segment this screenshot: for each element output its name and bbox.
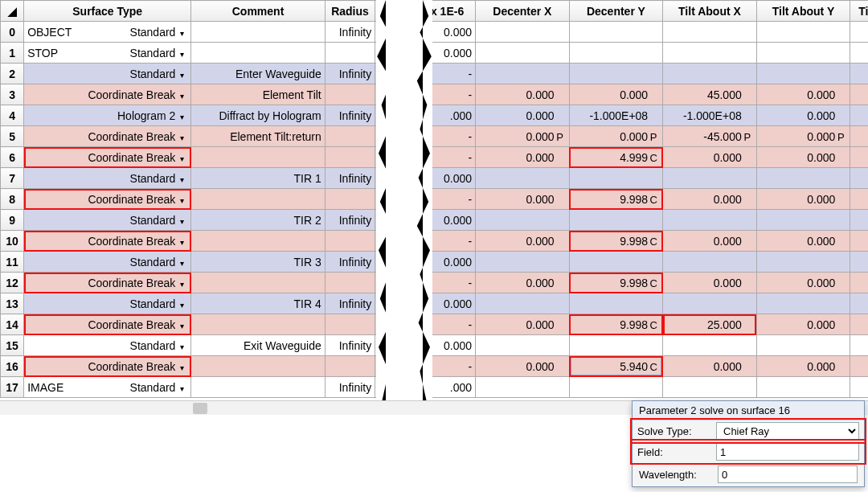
tilt-x-cell[interactable]: 25.000: [663, 314, 757, 335]
radius-cell[interactable]: [325, 126, 375, 147]
solve-type-select[interactable]: Chief Ray: [716, 422, 859, 440]
tilt-y-cell[interactable]: 0.000: [756, 147, 850, 168]
th-cell[interactable]: [375, 147, 409, 168]
tilt-cell[interactable]: [850, 189, 868, 210]
tilt-cell[interactable]: [850, 273, 868, 293]
decenter-x-cell[interactable]: 0.000P: [476, 126, 570, 147]
tilt-y-cell[interactable]: [756, 22, 850, 43]
radius-cell[interactable]: [325, 147, 375, 168]
radius-cell[interactable]: Infinity: [325, 22, 375, 43]
row-header[interactable]: 9: [1, 210, 24, 231]
surface-type-dropdown[interactable]: Standard: [79, 68, 184, 80]
tilt-y-cell[interactable]: 0.000: [756, 84, 850, 105]
col-tilt[interactable]: Tilt: [850, 1, 868, 22]
decenter-x-cell[interactable]: [476, 293, 570, 314]
field-input[interactable]: [716, 443, 859, 461]
decenter-x-cell[interactable]: 0.000: [476, 189, 570, 210]
tilt-y-cell[interactable]: 0.000: [756, 189, 850, 210]
comment-cell[interactable]: [191, 377, 326, 398]
tce-cell[interactable]: 0.000: [408, 210, 475, 231]
tilt-y-cell[interactable]: 0.000: [756, 273, 850, 293]
surface-type-dropdown[interactable]: Coordinate Break: [79, 88, 184, 101]
decenter-y-cell[interactable]: 5.940C: [569, 356, 663, 377]
tilt-cell[interactable]: [850, 252, 868, 273]
tilt-x-cell[interactable]: 0.000: [663, 356, 757, 377]
th-cell[interactable]: 0: [375, 105, 409, 126]
comment-cell[interactable]: TIR 4: [191, 293, 326, 314]
surface-type-dropdown[interactable]: Standard: [79, 47, 184, 59]
tilt-y-cell[interactable]: [756, 168, 850, 189]
decenter-y-cell[interactable]: [569, 64, 663, 84]
tilt-y-cell[interactable]: [756, 43, 850, 64]
decenter-y-cell[interactable]: 0.000P: [569, 126, 663, 147]
radius-cell[interactable]: Infinity: [325, 64, 375, 84]
th-cell[interactable]: [375, 64, 409, 84]
surface-type-dropdown[interactable]: Coordinate Break: [79, 130, 184, 143]
surface-type-dropdown[interactable]: Hologram 2: [79, 109, 184, 122]
tilt-cell[interactable]: [850, 43, 868, 64]
radius-cell[interactable]: [325, 231, 375, 252]
tilt-x-cell[interactable]: -45.000P: [663, 126, 757, 147]
surface-type-cell[interactable]: Standard: [24, 64, 191, 84]
tilt-x-cell[interactable]: 45.000: [663, 84, 757, 105]
decenter-x-cell[interactable]: [476, 22, 570, 43]
tilt-cell[interactable]: [850, 105, 868, 126]
surface-type-cell[interactable]: IMAGEStandard: [24, 377, 191, 398]
tilt-x-cell[interactable]: [663, 293, 757, 314]
tilt-cell[interactable]: [850, 84, 868, 105]
row-header[interactable]: 3: [1, 84, 24, 105]
surface-type-dropdown[interactable]: Standard: [79, 172, 184, 185]
th-cell[interactable]: [375, 377, 409, 398]
decenter-x-cell[interactable]: [476, 335, 570, 356]
row-header[interactable]: 2: [1, 64, 24, 84]
surface-type-cell[interactable]: Standard: [24, 210, 191, 231]
col-surface-type[interactable]: Surface Type: [24, 1, 191, 22]
tilt-cell[interactable]: [850, 168, 868, 189]
surface-type-dropdown[interactable]: Standard: [79, 214, 184, 227]
th-cell[interactable]: 1: [375, 168, 409, 189]
col-radius[interactable]: Radius: [325, 1, 375, 22]
radius-cell[interactable]: Infinity: [325, 105, 375, 126]
surface-type-cell[interactable]: Standard: [24, 252, 191, 273]
surface-type-cell[interactable]: Hologram 2: [24, 105, 191, 126]
comment-cell[interactable]: [191, 356, 326, 377]
decenter-x-cell[interactable]: 0.000: [476, 356, 570, 377]
th-cell[interactable]: [375, 189, 409, 210]
comment-cell[interactable]: [191, 147, 326, 168]
surface-type-dropdown[interactable]: Coordinate Break: [79, 193, 184, 206]
surface-type-cell[interactable]: Standard: [24, 293, 191, 314]
comment-cell[interactable]: Exit Waveguide: [191, 335, 326, 356]
tce-cell[interactable]: -: [408, 64, 475, 84]
decenter-x-cell[interactable]: [476, 64, 570, 84]
decenter-x-cell[interactable]: 0.000: [476, 147, 570, 168]
decenter-x-cell[interactable]: 0.000: [476, 314, 570, 335]
comment-cell[interactable]: [191, 43, 326, 64]
decenter-x-cell[interactable]: [476, 43, 570, 64]
surface-type-cell[interactable]: Coordinate Break: [24, 147, 191, 168]
tilt-y-cell[interactable]: 0.000: [756, 231, 850, 252]
tilt-x-cell[interactable]: 0.000: [663, 189, 757, 210]
radius-cell[interactable]: [325, 356, 375, 377]
col-tilt-y[interactable]: Tilt About Y: [756, 1, 850, 22]
comment-cell[interactable]: Enter Waveguide: [191, 64, 326, 84]
tce-cell[interactable]: 0.000: [408, 168, 475, 189]
tilt-cell[interactable]: [850, 64, 868, 84]
tilt-y-cell[interactable]: [756, 64, 850, 84]
tilt-x-cell[interactable]: [663, 377, 757, 398]
tce-cell[interactable]: -: [408, 189, 475, 210]
tilt-y-cell[interactable]: [756, 377, 850, 398]
th-cell[interactable]: -10: [375, 210, 409, 231]
radius-cell[interactable]: Infinity: [325, 293, 375, 314]
th-cell[interactable]: -10: [375, 335, 409, 356]
row-header[interactable]: 13: [1, 293, 24, 314]
row-header[interactable]: 16: [1, 356, 24, 377]
decenter-x-cell[interactable]: 0.000: [476, 105, 570, 126]
row-header[interactable]: 5: [1, 126, 24, 147]
th-cell[interactable]: [375, 231, 409, 252]
surface-type-dropdown[interactable]: Coordinate Break: [79, 151, 184, 164]
th-cell[interactable]: 0: [375, 314, 409, 335]
tce-cell[interactable]: .000: [408, 105, 475, 126]
th-cell[interactable]: 0: [375, 84, 409, 105]
surface-type-cell[interactable]: Standard: [24, 335, 191, 356]
col-tilt-x[interactable]: Tilt About X: [663, 1, 757, 22]
